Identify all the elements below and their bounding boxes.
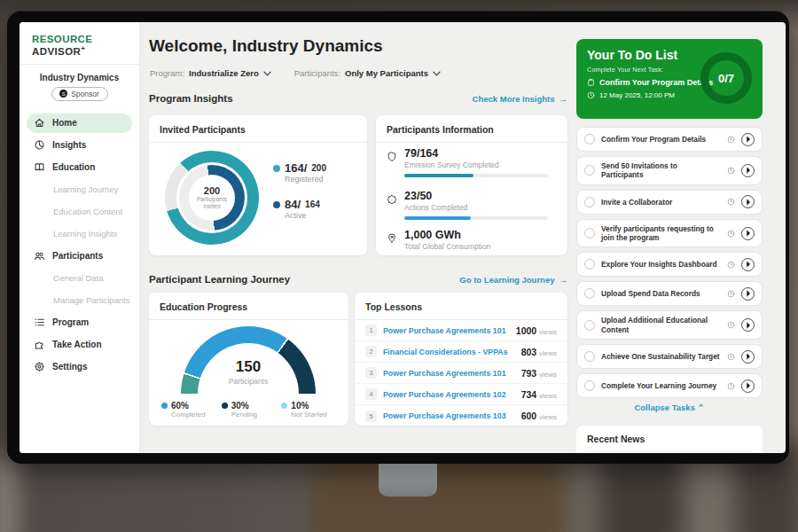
lesson-views: 734 views <box>521 389 557 400</box>
sidebar-item-settings[interactable]: Settings <box>27 357 132 377</box>
chevron-right-icon[interactable] <box>741 350 755 364</box>
clock-icon <box>727 353 735 361</box>
participants-filter[interactable]: Participants: Only My Participants <box>294 68 441 78</box>
settings-icon <box>34 361 45 372</box>
check-more-insights-link[interactable]: Check More Insights → <box>473 94 567 104</box>
chevron-right-icon[interactable] <box>741 133 755 146</box>
legend-dot <box>222 403 228 409</box>
monitor-bezel: RESOURCE ADVISOR+ Industry Dynamics S Sp… <box>7 11 789 464</box>
survey-icon <box>387 151 397 177</box>
task-row-invite-collaborator[interactable]: Invite a Collaborator <box>576 190 763 215</box>
task-row-upload-spend-data[interactable]: Upload Spend Data Records <box>576 281 763 306</box>
checkbox-icon[interactable] <box>584 288 595 299</box>
lesson-link[interactable]: Power Purchase Agreements 101 <box>383 369 515 378</box>
checkbox-icon[interactable] <box>584 380 595 391</box>
task-row-complete-learning-journey[interactable]: Complete Your Learning Journey <box>576 373 763 398</box>
program-filter[interactable]: Program: Industrialize Zero <box>150 68 271 78</box>
gauge-legend: 60% Completed 30% Pending 10% Not Starte… <box>161 401 341 419</box>
clipboard-icon <box>587 78 595 87</box>
progress-track <box>404 174 548 177</box>
background-wall <box>0 457 16 532</box>
todo-summary-card: Your To Do List Complete Your Next Task:… <box>576 39 763 119</box>
donut-legend: 164/200 Registered 84/164 Active <box>273 161 326 234</box>
chevron-right-icon[interactable] <box>741 379 755 393</box>
emission-survey-metric: 79/164 Emission Survey Completed <box>387 147 555 177</box>
checkbox-icon[interactable] <box>584 351 595 362</box>
section-title: Participant Learning Journey <box>149 274 290 285</box>
legend-registered: 164/200 Registered <box>273 161 326 184</box>
sponsor-badge: S Sponsor <box>51 87 108 101</box>
chevron-right-icon[interactable] <box>741 258 755 271</box>
card-title: Top Lessons <box>355 293 567 320</box>
task-row-upload-educational-content[interactable]: Upload Additional Educational Content <box>576 310 763 340</box>
chevron-right-icon[interactable] <box>741 164 755 177</box>
donut-center-value: 200 <box>204 185 220 196</box>
checkbox-icon[interactable] <box>584 259 595 270</box>
home-icon <box>34 117 45 129</box>
lesson-row: 3 Power Purchase Agreements 101 793 view… <box>355 363 567 384</box>
sidebar-item-take-action[interactable]: Take Action <box>27 335 132 355</box>
sidebar-item-education[interactable]: Education <box>27 158 132 177</box>
checkbox-icon[interactable] <box>584 320 595 331</box>
task-row-achieve-target[interactable]: Achieve One Sustainability Target <box>576 344 763 369</box>
donut-center-label: Participants Invited <box>189 196 235 211</box>
sidebar-item-participants[interactable]: Participants <box>27 246 132 266</box>
collapse-tasks-link[interactable]: Collapse Tasks ⌃ <box>576 403 763 412</box>
sidebar-item-learning-journey[interactable]: Learning Journey <box>27 180 132 200</box>
rank-badge: 5 <box>365 411 377 422</box>
education-gauge-chart: 150 Participants <box>181 326 316 394</box>
checkbox-icon[interactable] <box>584 165 595 176</box>
rank-badge: 1 <box>365 325 377 336</box>
progress-fill <box>404 216 471 220</box>
actions-icon <box>387 193 397 220</box>
legend-dot <box>273 201 280 208</box>
lesson-views: 803 views <box>521 347 557 357</box>
task-row-explore-insights[interactable]: Explore Your Insights Dashboard <box>576 252 763 277</box>
card-title: Invited Participants <box>149 115 367 143</box>
go-to-learning-journey-link[interactable]: Go to Learning Journey → <box>459 275 567 285</box>
task-row-confirm-program[interactable]: Confirm Your Program Details <box>576 127 763 152</box>
sidebar-item-home[interactable]: Home <box>27 113 132 133</box>
chevron-right-icon[interactable] <box>741 318 755 332</box>
chevron-right-icon[interactable] <box>741 195 755 208</box>
section-title: Program Insights <box>149 93 233 104</box>
checkbox-icon[interactable] <box>584 134 595 145</box>
chevron-right-icon[interactable] <box>741 287 755 301</box>
lesson-link[interactable]: Financial Considerations - VPPAs <box>383 348 515 356</box>
recent-news-card: Recent News <box>576 426 763 453</box>
actions-completed-metric: 23/50 Actions Completed <box>387 190 555 220</box>
recent-news-title: Recent News <box>587 434 752 452</box>
clock-icon <box>727 230 735 238</box>
lesson-link[interactable]: Power Purchase Agreements 101 <box>383 326 510 335</box>
chevron-right-icon[interactable] <box>741 227 755 240</box>
todo-column: Your To Do List Complete Your Next Task:… <box>576 22 763 453</box>
clock-icon <box>727 198 735 206</box>
legend-not-started: 10% Not Started <box>281 401 341 419</box>
task-row-verify-participants[interactable]: Verify participants requesting to join t… <box>576 219 763 248</box>
gauge-center-label: Participants <box>181 377 316 386</box>
clock-icon <box>727 321 735 329</box>
clock-icon <box>727 382 735 390</box>
sidebar-item-general-data[interactable]: General Data <box>27 269 132 288</box>
lesson-link[interactable]: Power Purchase Agreements 103 <box>383 411 515 420</box>
progress-track <box>404 216 548 220</box>
sidebar-item-program[interactable]: Program <box>27 313 132 332</box>
page-title: Welcome, Industry Dynamics <box>149 36 383 56</box>
lesson-row: 2 Financial Considerations - VPPAs 803 v… <box>355 341 567 363</box>
checkbox-icon[interactable] <box>584 228 595 239</box>
sidebar-item-education-content[interactable]: Education Content <box>27 202 132 222</box>
logo-advisor: ADVISOR+ <box>32 46 85 57</box>
app-logo: RESOURCE ADVISOR+ <box>20 22 139 65</box>
checkbox-icon[interactable] <box>584 197 595 207</box>
task-row-send-invitations[interactable]: Send 50 Invitations to Participants <box>576 156 763 185</box>
sidebar-item-insights[interactable]: Insights <box>27 136 132 155</box>
main-content: Welcome, Industry Dynamics Program: Indu… <box>140 22 576 453</box>
clock-icon <box>727 290 735 298</box>
lesson-link[interactable]: Power Purchase Agreements 102 <box>383 390 515 399</box>
top-lessons-card: Top Lessons 1 Power Purchase Agreements … <box>355 293 567 426</box>
lesson-row: 1 Power Purchase Agreements 101 1000 vie… <box>355 320 567 341</box>
sidebar-item-learning-insights[interactable]: Learning Insights <box>27 224 132 244</box>
sidebar-item-manage-participants[interactable]: Manage Participants <box>27 291 132 310</box>
insights-icon <box>34 139 45 151</box>
todo-progress-value: 0/7 <box>718 72 734 85</box>
